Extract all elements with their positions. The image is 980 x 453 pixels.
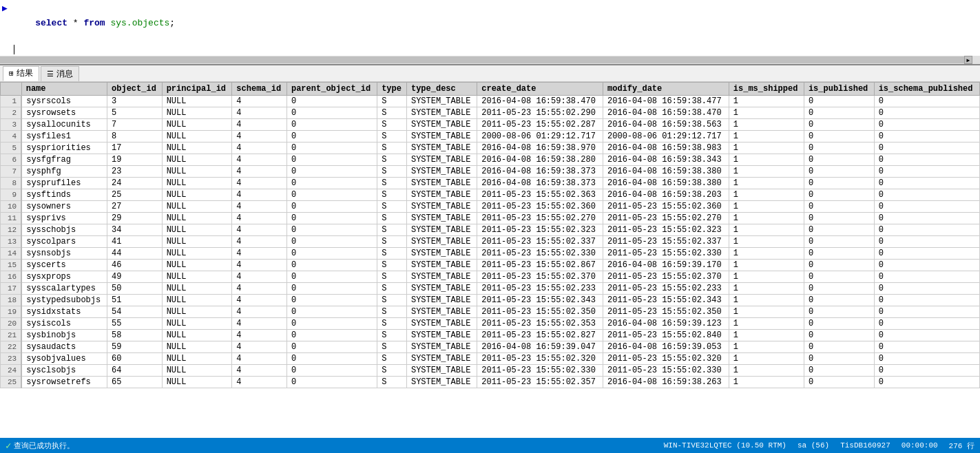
cell-principal_id: NULL: [162, 295, 232, 306]
table-row[interactable]: 10sysowners27NULL40SSYSTEM_TABLE2011-05-…: [1, 201, 980, 213]
col-header-is-published[interactable]: is_published: [804, 83, 874, 96]
cell-is_published: 0: [804, 224, 874, 236]
cell-is_published: 0: [804, 283, 874, 295]
results-container[interactable]: name object_id principal_id schema_id pa…: [0, 82, 980, 438]
cell-object_id: 50: [107, 283, 163, 295]
col-header-modify-date[interactable]: modify_date: [603, 83, 729, 96]
col-header-type[interactable]: type: [377, 83, 407, 96]
table-row[interactable]: 15syscerts46NULL40SSYSTEM_TABLE2011-05-2…: [1, 260, 980, 271]
cell-object_id: 46: [107, 260, 163, 271]
col-header-principal-id[interactable]: principal_id: [162, 83, 232, 96]
table-row[interactable]: 11sysprivs29NULL40SSYSTEM_TABLE2011-05-2…: [1, 213, 980, 224]
cell-rownum: 15: [1, 260, 22, 271]
table-row[interactable]: 13syscolpars41NULL40SSYSTEM_TABLE2011-05…: [1, 236, 980, 248]
status-server: WIN-TIVE32LQTEC (10.50 RTM): [664, 441, 786, 450]
cell-name: sysobjvalues: [21, 353, 107, 365]
col-header-schema-id[interactable]: schema_id: [232, 83, 287, 96]
cell-type_desc: SYSTEM_TABLE: [406, 189, 477, 201]
cell-create_date: 2011-05-23 15:55:02.370: [477, 271, 603, 283]
col-header-is-schema-published[interactable]: is_schema_published: [874, 83, 979, 96]
cell-rownum: 25: [1, 377, 22, 388]
table-row[interactable]: 18systypedsubobjs51NULL40SSYSTEM_TABLE20…: [1, 295, 980, 306]
cell-is_published: 0: [804, 341, 874, 353]
cell-modify_date: 2011-05-23 15:55:02.343: [603, 295, 729, 306]
table-row[interactable]: 20sysiscols55NULL40SSYSTEM_TABLE2011-05-…: [1, 318, 980, 330]
cell-is_ms_shipped: 1: [729, 154, 804, 166]
cell-type_desc: SYSTEM_TABLE: [406, 330, 477, 341]
table-row[interactable]: 5syspriorities17NULL40SSYSTEM_TABLE2016-…: [1, 143, 980, 154]
cell-type_desc: SYSTEM_TABLE: [406, 283, 477, 295]
table-row[interactable]: 3sysallocunits7NULL40SSYSTEM_TABLE2011-0…: [1, 119, 980, 131]
cell-name: sysrowsetrefs: [21, 377, 107, 388]
messages-icon: ☰: [47, 70, 54, 78]
table-row[interactable]: 22sysaudacts59NULL40SSYSTEM_TABLE2016-04…: [1, 341, 980, 353]
cell-is_published: 0: [804, 365, 874, 377]
table-row[interactable]: 1sysrscols3NULL40SSYSTEM_TABLE2016-04-08…: [1, 96, 980, 107]
table-row[interactable]: 6sysfgfrag19NULL40SSYSTEM_TABLE2016-04-0…: [1, 154, 980, 166]
col-header-type-desc[interactable]: type_desc: [406, 83, 477, 96]
editor-scrollbar[interactable]: ▶: [0, 56, 980, 64]
cell-rownum: 10: [1, 201, 22, 213]
table-row[interactable]: 16sysxprops49NULL40SSYSTEM_TABLE2011-05-…: [1, 271, 980, 283]
table-row[interactable]: 17sysscalartypes50NULL40SSYSTEM_TABLE201…: [1, 283, 980, 295]
cell-is_published: 0: [804, 201, 874, 213]
cell-principal_id: NULL: [162, 318, 232, 330]
cell-object_id: 51: [107, 295, 163, 306]
status-db: TisDB160927: [840, 441, 890, 450]
table-row[interactable]: 12sysschobjs34NULL40SSYSTEM_TABLE2011-05…: [1, 224, 980, 236]
table-row[interactable]: 4sysfiles18NULL40SSYSTEM_TABLE2000-08-06…: [1, 131, 980, 143]
cell-modify_date: 2016-04-08 16:59:38.343: [603, 154, 729, 166]
cell-schema_id: 4: [232, 119, 287, 131]
col-header-parent-object-id[interactable]: parent_object_id: [286, 83, 377, 96]
cell-rownum: 6: [1, 154, 22, 166]
cell-type: S: [377, 119, 407, 131]
table-row[interactable]: 19sysidxstats54NULL40SSYSTEM_TABLE2011-0…: [1, 306, 980, 318]
cell-type_desc: SYSTEM_TABLE: [406, 178, 477, 189]
status-time: 00:00:00: [901, 441, 938, 450]
table-row[interactable]: 7sysphfg23NULL40SSYSTEM_TABLE2016-04-08 …: [1, 166, 980, 178]
table-row[interactable]: 9sysftinds25NULL40SSYSTEM_TABLE2011-05-2…: [1, 189, 980, 201]
cell-name: syspriorities: [21, 143, 107, 154]
col-header-name[interactable]: name: [21, 83, 107, 96]
cell-type: S: [377, 260, 407, 271]
col-header-create-date[interactable]: create_date: [477, 83, 603, 96]
cell-parent_object_id: 0: [286, 283, 377, 295]
cell-rownum: 18: [1, 295, 22, 306]
cell-is_ms_shipped: 1: [729, 353, 804, 365]
cell-create_date: 2000-08-06 01:29:12.717: [477, 131, 603, 143]
cell-type_desc: SYSTEM_TABLE: [406, 166, 477, 178]
cell-schema_id: 4: [232, 318, 287, 330]
table-row[interactable]: 8sysprufiles24NULL40SSYSTEM_TABLE2016-04…: [1, 178, 980, 189]
table-row[interactable]: 14sysnsobjs44NULL40SSYSTEM_TABLE2011-05-…: [1, 248, 980, 260]
col-header-is-ms-shipped[interactable]: is_ms_shipped: [729, 83, 804, 96]
cell-principal_id: NULL: [162, 330, 232, 341]
table-row[interactable]: 25sysrowsetrefs65NULL40SSYSTEM_TABLE2011…: [1, 377, 980, 388]
col-header-object-id[interactable]: object_id: [107, 83, 163, 96]
cell-is_published: 0: [804, 131, 874, 143]
cell-name: sysscalartypes: [21, 283, 107, 295]
scroll-right-arrow[interactable]: ▶: [964, 56, 972, 64]
table-row[interactable]: 23sysobjvalues60NULL40SSYSTEM_TABLE2011-…: [1, 353, 980, 365]
table-row[interactable]: 2sysrowsets5NULL40SSYSTEM_TABLE2011-05-2…: [1, 107, 980, 119]
cell-is_ms_shipped: 1: [729, 224, 804, 236]
cell-rownum: 17: [1, 283, 22, 295]
table-row[interactable]: 24sysclsobjs64NULL40SSYSTEM_TABLE2011-05…: [1, 365, 980, 377]
cell-name: sysowners: [21, 201, 107, 213]
cell-modify_date: 2016-04-08 16:59:38.380: [603, 166, 729, 178]
cell-parent_object_id: 0: [286, 119, 377, 131]
cell-modify_date: 2016-04-08 16:59:38.470: [603, 107, 729, 119]
scrollbar-thumb[interactable]: [0, 56, 964, 63]
cell-principal_id: NULL: [162, 353, 232, 365]
cell-object_id: 24: [107, 178, 163, 189]
cell-object_id: 59: [107, 341, 163, 353]
cell-is_ms_shipped: 1: [729, 341, 804, 353]
cell-create_date: 2011-05-23 15:55:02.287: [477, 119, 603, 131]
cell-is_schema_published: 0: [874, 330, 979, 341]
cell-principal_id: NULL: [162, 213, 232, 224]
cell-schema_id: 4: [232, 201, 287, 213]
table-row[interactable]: 21sysbinobjs58NULL40SSYSTEM_TABLE2011-05…: [1, 330, 980, 341]
cell-type_desc: SYSTEM_TABLE: [406, 306, 477, 318]
cell-rownum: 2: [1, 107, 22, 119]
cell-parent_object_id: 0: [286, 213, 377, 224]
cell-parent_object_id: 0: [286, 295, 377, 306]
